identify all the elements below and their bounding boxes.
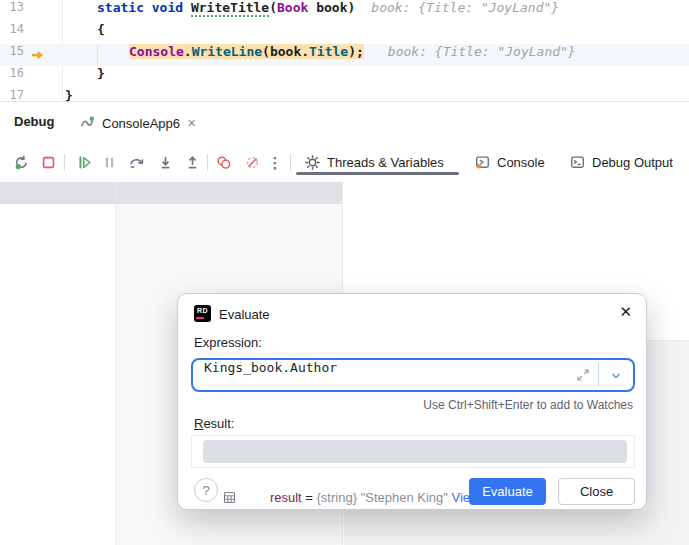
result-tree: result = {string} "Stephen King" View xyxy=(191,435,635,468)
tab-label: Threads & Variables xyxy=(327,155,444,170)
variable-row-result[interactable]: $result = {string} "Stephen King" View xyxy=(344,182,689,204)
toolbar-separator xyxy=(207,154,208,171)
variable-row-title[interactable]: Title = {string} "JoyLand" View xyxy=(344,226,689,248)
terminal-icon xyxy=(570,155,585,170)
toolwindow-title: Debug xyxy=(14,114,54,129)
expand-editor-icon[interactable] xyxy=(575,367,591,383)
code-text: } xyxy=(97,66,105,88)
line-number: 13 xyxy=(0,0,24,22)
line-number: 14 xyxy=(0,22,24,44)
indent-guide xyxy=(97,44,98,66)
dialog-title: Evaluate xyxy=(219,307,270,322)
code-text: Console.WriteLine(book.Title);book: {Tit… xyxy=(129,44,576,66)
async-frame-icon xyxy=(130,230,166,248)
history-chevron-down-icon[interactable] xyxy=(608,368,624,384)
threads-icon xyxy=(305,155,320,170)
debug-toolbar: ⋮ Threads & Variables Console Debug Outp… xyxy=(0,144,689,183)
expression-value[interactable]: Kings_book.Author xyxy=(204,360,337,390)
mute-breakpoints-button[interactable] xyxy=(240,150,264,174)
line-number: 16 xyxy=(0,66,24,88)
run-configuration-icon xyxy=(80,116,95,130)
thread-row[interactable]: @9896 2 xyxy=(0,182,115,204)
code-line-13[interactable]: 13 static void WriteTitle(Book book)book… xyxy=(0,0,689,22)
threads-list: @9896 2 @22240 xyxy=(0,182,115,545)
step-into-button[interactable] xyxy=(153,150,177,174)
thread-icon xyxy=(4,186,40,204)
property-icon xyxy=(419,252,455,270)
debugger-inline-hint: book: {Title: "JoyLand"} xyxy=(388,44,576,59)
tab-debug-output[interactable]: Debug Output xyxy=(570,147,673,177)
help-button[interactable]: ? xyxy=(194,478,218,502)
pause-button[interactable] xyxy=(97,150,121,174)
close-icon[interactable]: ✕ xyxy=(619,303,632,321)
expression-label: Expression: xyxy=(194,335,262,350)
code-text: static void WriteTitle(Book book)book: {… xyxy=(97,0,559,22)
session-tab-label: ConsoleApp6 xyxy=(102,116,180,131)
active-debug-tab-underline xyxy=(296,172,459,175)
variable-row-book[interactable]: book = {Book} {Title: "JoyLand"} xyxy=(344,204,689,226)
rider-logo-icon: RD xyxy=(194,305,211,322)
close-icon[interactable]: ✕ xyxy=(187,117,196,130)
close-button[interactable]: Close xyxy=(558,478,635,505)
debugger-inline-hint: book: {Title: "JoyLand"} xyxy=(371,0,559,15)
stack-frame-icon xyxy=(130,186,166,204)
tab-label: Debug Output xyxy=(592,155,673,170)
view-breakpoints-button[interactable] xyxy=(212,150,236,174)
frame-row[interactable]: Test.WriteTitle() in ConsoleAp xyxy=(116,182,342,204)
rerun-button[interactable] xyxy=(9,150,33,174)
variable-row-author[interactable]: Author = {string} "Emily Schultz" View xyxy=(344,248,689,270)
code-text: { xyxy=(97,22,105,44)
resume-button[interactable] xyxy=(72,150,96,174)
expression-input[interactable]: Kings_book.Author xyxy=(191,358,635,392)
result-row[interactable]: result = {string} "Stephen King" View xyxy=(203,440,627,463)
calculator-icon xyxy=(223,445,259,545)
evaluation-result-icon xyxy=(385,186,421,204)
code-editor[interactable]: 13 static void WriteTitle(Book book)book… xyxy=(0,0,689,102)
stop-button[interactable] xyxy=(36,150,60,174)
evaluate-button[interactable]: Evaluate xyxy=(469,478,546,505)
code-line-16[interactable]: 16 } xyxy=(0,66,689,88)
step-over-button[interactable] xyxy=(125,150,149,174)
add-to-watches-hint: Use Ctrl+Shift+Enter to add to Watches xyxy=(423,398,633,412)
external-frames-row[interactable]: [External code: 3 frames] xyxy=(116,248,342,270)
line-number: 15 xyxy=(0,44,24,66)
more-icon: ⋮ xyxy=(268,155,283,170)
parameter-icon xyxy=(374,208,410,226)
evaluate-dialog: RD Evaluate ✕ Expression: Kings_book.Aut… xyxy=(177,293,647,510)
tab-console[interactable]: Console xyxy=(475,147,545,177)
thread-icon xyxy=(4,208,40,226)
result-label: Result: xyxy=(194,416,234,431)
more-options-button[interactable]: ⋮ xyxy=(263,150,287,174)
input-divider xyxy=(598,363,599,387)
thread-row[interactable]: @22240 xyxy=(0,204,115,226)
rider-window: 13 static void WriteTitle(Book book)book… xyxy=(0,0,689,545)
step-out-button[interactable] xyxy=(180,150,204,174)
debug-toolwindow-header: Debug ConsoleApp6 ✕ xyxy=(0,102,689,144)
console-icon xyxy=(475,155,490,170)
frame-row[interactable]: async Program.<Main>$() in C xyxy=(116,226,342,248)
code-line-15-execution-line[interactable]: 15 Console.WriteLine(book.Title);book: {… xyxy=(0,44,689,66)
toolbar-separator xyxy=(64,154,65,171)
toolbar-separator xyxy=(290,154,291,171)
tab-label: Console xyxy=(497,155,545,170)
code-line-14[interactable]: 14 { xyxy=(0,22,689,44)
execution-pointer-icon xyxy=(31,48,45,62)
stack-frame-icon xyxy=(130,208,166,226)
frame-row[interactable]: new Test() in ConsoleApp6, C xyxy=(116,204,342,226)
session-tab-consoleapp6[interactable]: ConsoleApp6 ✕ xyxy=(80,110,196,136)
field-flag-icon xyxy=(419,230,455,248)
